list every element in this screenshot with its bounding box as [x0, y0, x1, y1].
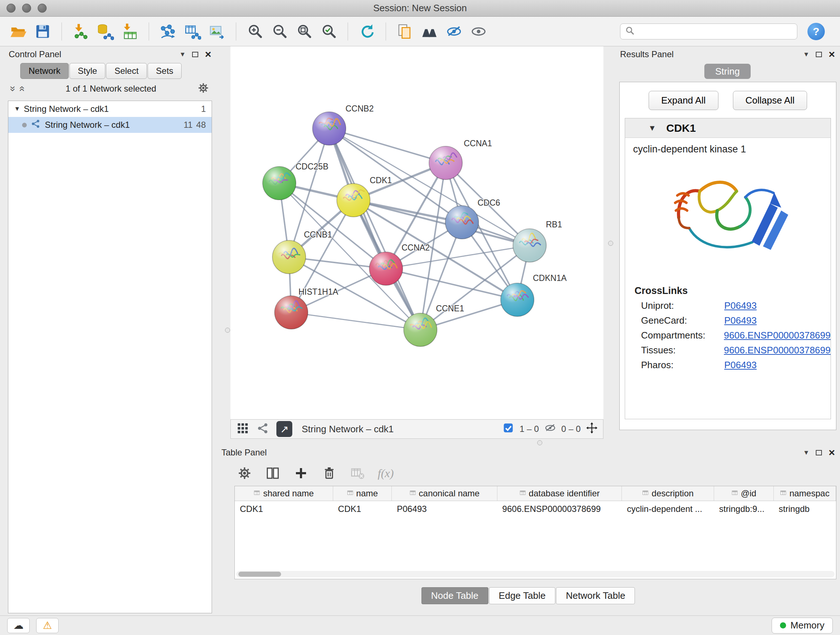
selected-checkbox-icon[interactable] — [502, 422, 515, 436]
node-label-HIST1H1A: HIST1H1A — [298, 287, 339, 296]
search-input[interactable] — [638, 27, 793, 36]
add-column-icon[interactable] — [293, 465, 309, 481]
pan-crosshair-icon[interactable] — [586, 422, 598, 436]
protein-section-header[interactable]: ▼ CDK1 — [625, 119, 831, 138]
birds-eye-grid-icon[interactable] — [236, 421, 249, 437]
crosslink-row: Pharos:P06493 — [635, 356, 831, 371]
crosslink-link[interactable]: P06493 — [724, 359, 757, 371]
zoom-out-icon[interactable] — [269, 20, 291, 43]
network-edge[interactable] — [329, 128, 420, 330]
results-float-icon[interactable] — [816, 52, 822, 57]
results-close-icon[interactable]: × — [829, 49, 835, 60]
zoom-fit-icon[interactable] — [294, 20, 315, 43]
network-options-gear-icon[interactable] — [197, 81, 210, 96]
expand-all-icon[interactable]: « — [16, 86, 28, 92]
collapse-all-button[interactable]: Collapse All — [733, 91, 807, 110]
network-row[interactable]: String Network – cdk1 11 48 — [8, 117, 212, 133]
network-node-CCNB1[interactable] — [272, 241, 306, 274]
tab-style[interactable]: Style — [69, 63, 105, 79]
tab-node-table[interactable]: Node Table — [422, 587, 488, 604]
collection-caret-icon[interactable]: ▼ — [14, 105, 20, 112]
network-node-CCNA2[interactable] — [369, 252, 403, 285]
minimize-window-button[interactable] — [22, 4, 31, 13]
function-builder-icon[interactable]: f(x) — [378, 467, 393, 480]
network-node-RB1[interactable] — [513, 229, 546, 262]
column-header[interactable]: description — [622, 486, 714, 501]
column-header[interactable]: database identifier — [497, 486, 622, 501]
network-node-CDKN1A[interactable] — [501, 283, 534, 317]
crosslink-link[interactable]: 9606.ENSP00000378699 — [724, 330, 831, 341]
column-header[interactable]: name — [333, 486, 392, 501]
import-network-file-icon[interactable] — [70, 20, 92, 43]
show-all-icon[interactable] — [468, 20, 489, 43]
column-header[interactable]: @id — [714, 486, 774, 501]
results-menu-icon[interactable]: ▼ — [803, 51, 810, 58]
zoom-window-button[interactable] — [38, 4, 47, 13]
network-collection-row[interactable]: ▼ String Network – cdk1 1 — [8, 101, 212, 117]
copy-document-icon[interactable] — [394, 20, 416, 43]
export-image-icon[interactable] — [206, 20, 228, 43]
network-share-icon[interactable] — [256, 421, 270, 437]
splitter-handle[interactable] — [608, 241, 613, 246]
float-panel-icon[interactable] — [192, 52, 198, 57]
hidden-eye-icon[interactable] — [544, 422, 556, 436]
crosslink-label: Compartments: — [641, 330, 724, 341]
network-node-CDC25B[interactable] — [263, 166, 296, 200]
panel-menu-icon[interactable]: ▼ — [180, 51, 186, 58]
export-network-icon[interactable]: ↗ — [276, 421, 292, 437]
delete-column-icon[interactable] — [321, 465, 337, 481]
splitter-handle[interactable] — [225, 328, 230, 333]
tab-select[interactable]: Select — [106, 63, 147, 79]
import-table-file-icon[interactable] — [119, 20, 141, 43]
tab-network[interactable]: Network — [20, 63, 69, 79]
network-node-CDK1[interactable] — [337, 184, 370, 217]
table-settings-gear-icon[interactable] — [237, 465, 253, 481]
expand-all-button[interactable]: Expand All — [649, 91, 718, 110]
scrollbar-thumb[interactable] — [238, 572, 281, 577]
open-session-icon[interactable] — [7, 20, 29, 43]
close-window-button[interactable] — [6, 4, 16, 13]
hide-selected-icon[interactable] — [443, 20, 465, 43]
network-canvas[interactable]: CCNB2CCNA1CDC25BCDK1CDC6RB1CCNB1CCNA2CDK… — [231, 46, 603, 419]
network-node-CCNB2[interactable] — [313, 112, 346, 145]
show-columns-icon[interactable] — [265, 465, 281, 481]
column-header[interactable]: namespac — [774, 486, 836, 501]
help-icon[interactable]: ? — [807, 23, 825, 40]
network-node-CCNE1[interactable] — [404, 313, 437, 347]
tab-sets[interactable]: Sets — [148, 63, 182, 79]
refresh-layout-icon[interactable] — [356, 20, 378, 43]
crosslink-link[interactable]: P06493 — [724, 315, 757, 326]
import-network-database-icon[interactable] — [95, 20, 116, 43]
network-view[interactable]: CCNB2CCNA1CDC25BCDK1CDC6RB1CCNB1CCNA2CDK… — [231, 46, 603, 419]
table-menu-icon[interactable]: ▼ — [803, 449, 810, 456]
crosslink-link[interactable]: P06493 — [724, 300, 757, 311]
crosslink-link[interactable]: 9606.ENSP00000378699 — [724, 345, 831, 356]
column-header[interactable]: canonical name — [392, 486, 497, 501]
splitter-handle[interactable] — [537, 440, 542, 445]
save-session-icon[interactable] — [32, 20, 54, 43]
table-close-icon[interactable]: × — [829, 447, 835, 458]
tab-edge-table[interactable]: Edge Table — [489, 587, 556, 604]
network-node-HIST1H1A[interactable] — [275, 296, 308, 329]
memory-button[interactable]: Memory — [772, 618, 833, 633]
tab-network-table[interactable]: Network Table — [556, 587, 635, 604]
network-edge[interactable] — [291, 312, 420, 330]
section-caret-icon[interactable]: ▼ — [648, 124, 656, 133]
first-neighbors-icon[interactable] — [418, 20, 440, 43]
cloud-icon[interactable]: ☁ — [7, 618, 30, 633]
network-edge[interactable] — [329, 128, 446, 163]
network-node-CCNA1[interactable] — [429, 146, 462, 180]
zoom-in-icon[interactable] — [244, 20, 266, 43]
table-horizontal-scrollbar[interactable] — [236, 571, 835, 578]
table-float-icon[interactable] — [816, 450, 822, 455]
string-tab-badge[interactable]: String — [704, 64, 751, 79]
network-node-CDC6[interactable] — [445, 206, 478, 239]
table-row[interactable]: CDK1CDK1P064939606.ENSP00000378699cyclin… — [235, 501, 836, 516]
column-header[interactable]: shared name — [235, 486, 333, 501]
network-from-table-icon[interactable] — [182, 20, 203, 43]
zoom-selected-icon[interactable] — [318, 20, 340, 43]
warning-icon[interactable]: ⚠ — [36, 618, 58, 633]
search-box[interactable] — [620, 24, 797, 40]
close-panel-icon[interactable]: × — [205, 49, 211, 60]
new-network-icon[interactable] — [157, 20, 179, 43]
